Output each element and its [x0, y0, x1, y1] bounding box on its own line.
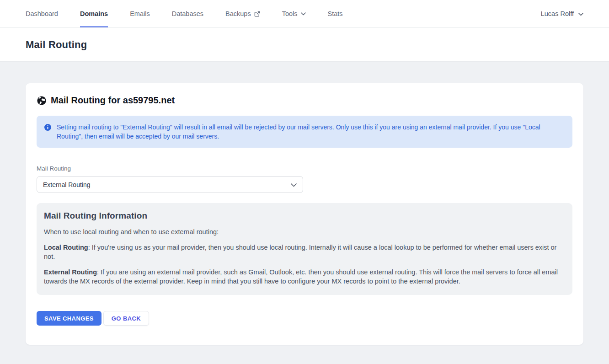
nav-item-label: Stats — [328, 10, 343, 17]
card-title: Mail Routing for as59795.net — [51, 95, 175, 106]
nav-item-domains[interactable]: Domains — [80, 0, 108, 27]
mail-routing-information-box: Mail Routing Information When to use loc… — [37, 203, 572, 295]
globe-icon — [37, 96, 47, 106]
go-back-button[interactable]: GO BACK — [103, 311, 149, 326]
save-changes-button[interactable]: SAVE CHANGES — [37, 311, 102, 326]
info-box-local-routing: Local Routing: If you're using us as you… — [44, 243, 565, 261]
nav-item-label: Backups — [225, 10, 251, 17]
alert-text: Setting mail routing to "External Routin… — [57, 123, 554, 141]
chevron-down-icon — [291, 181, 297, 188]
nav-item-dashboard[interactable]: Dashboard — [26, 0, 58, 27]
page-title: Mail Routing — [26, 39, 87, 51]
info-icon — [44, 124, 51, 141]
info-box-intro: When to use local routing and when to us… — [44, 227, 565, 236]
user-menu[interactable]: Lucas Rolff — [541, 0, 591, 27]
card-title-row: Mail Routing for as59795.net — [37, 95, 572, 106]
nav-item-label: Tools — [282, 10, 298, 17]
nav-item-label: Emails — [130, 10, 150, 17]
nav-item-databases[interactable]: Databases — [172, 0, 203, 27]
external-routing-term: External Routing — [44, 268, 97, 276]
nav-items: Dashboard Domains Emails Databases Backu… — [26, 0, 541, 27]
local-routing-term: Local Routing — [44, 244, 88, 251]
mail-routing-label: Mail Routing — [37, 165, 572, 172]
mail-routing-select[interactable]: External Routing — [37, 176, 303, 193]
info-box-external-routing: External Routing: If you are using an ex… — [44, 268, 565, 286]
nav-item-backups[interactable]: Backups — [225, 0, 260, 27]
nav-item-tools[interactable]: Tools — [282, 0, 306, 27]
nav-item-label: Dashboard — [26, 10, 58, 17]
info-box-title: Mail Routing Information — [44, 211, 565, 221]
main-content: Mail Routing for as59795.net Setting mai… — [0, 62, 609, 345]
page-header: Mail Routing — [0, 28, 609, 62]
info-alert: Setting mail routing to "External Routin… — [37, 116, 572, 148]
nav-item-emails[interactable]: Emails — [130, 0, 150, 27]
chevron-down-icon — [578, 10, 583, 17]
chevron-down-icon — [301, 12, 306, 16]
mail-routing-card: Mail Routing for as59795.net Setting mai… — [26, 83, 583, 345]
user-name: Lucas Rolff — [541, 10, 574, 17]
external-link-icon — [254, 11, 260, 17]
nav-item-label: Domains — [80, 10, 108, 17]
nav-item-label: Databases — [172, 10, 203, 17]
button-row: SAVE CHANGES GO BACK — [37, 311, 572, 326]
top-navigation: Dashboard Domains Emails Databases Backu… — [0, 0, 609, 28]
select-value: External Routing — [43, 181, 91, 188]
nav-item-stats[interactable]: Stats — [328, 0, 343, 27]
